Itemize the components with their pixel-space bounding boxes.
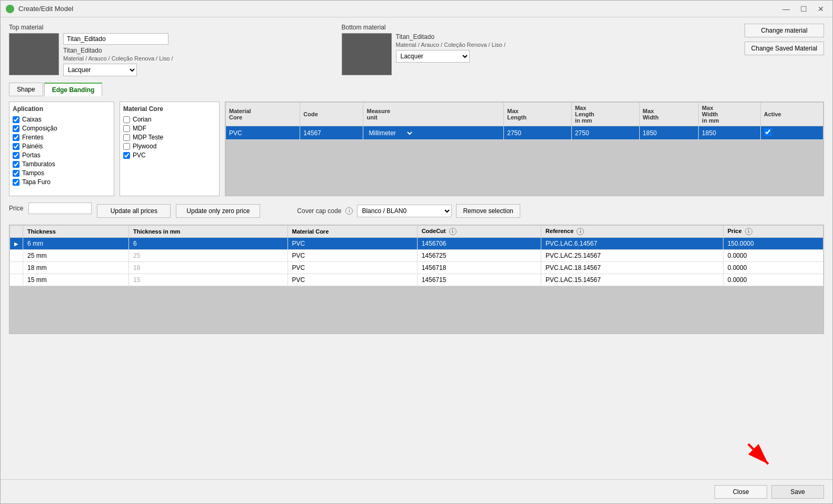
tabs: Shape Edge Banding	[9, 83, 824, 96]
core-checkbox-4[interactable]	[123, 152, 130, 159]
svg-line-1	[748, 444, 768, 464]
save-arrow-icon	[743, 439, 775, 470]
aplication-item-6: Tampos	[13, 169, 111, 177]
top-material-thumbnail	[9, 33, 59, 75]
aplication-checkbox-5[interactable]	[13, 161, 19, 168]
grid-panel: MaterialCore Code Measureunit MaxLength …	[225, 102, 824, 196]
bottom-material-name: Titan_Editado	[396, 33, 506, 41]
col-thickness: Thickness	[23, 226, 129, 238]
aplication-checkbox-0[interactable]	[13, 116, 19, 123]
remove-selection-button[interactable]: Remove selection	[456, 204, 520, 218]
aplication-items: CaixasComposiçãoFrentesPainéisPortasTamb…	[13, 116, 111, 186]
tab-shape[interactable]: Shape	[9, 83, 43, 96]
table-row[interactable]: 25 mm25PVC1456725PVC.LAC.25.145670.0000	[10, 250, 824, 262]
aplication-item-5: Tamburatos	[13, 160, 111, 168]
top-material-label: Top material	[9, 24, 173, 31]
maximize-button[interactable]: ☐	[797, 4, 810, 14]
top-material-finish[interactable]: Lacquer Matte Gloss	[63, 64, 137, 76]
grid-body: PVC14567Millimeter2750275018501850	[226, 126, 824, 140]
core-item-3: Plywood	[123, 143, 216, 150]
core-checkbox-1[interactable]	[123, 125, 130, 132]
bottom-material-finish[interactable]: Lacquer Matte Gloss	[396, 50, 470, 63]
minimize-button[interactable]: —	[779, 4, 793, 14]
price-label: Price	[9, 205, 23, 212]
cover-cap-section: Cover cap code i Blanco / BLAN0 Remove s…	[297, 204, 520, 218]
core-item-1: MDF	[123, 125, 216, 132]
change-saved-material-button[interactable]: Change Saved Material	[745, 42, 824, 55]
window-controls: — ☐ ✕	[779, 4, 827, 14]
active-checkbox[interactable]	[764, 128, 771, 136]
code-cut-info-icon[interactable]: i	[449, 228, 457, 235]
price-cover-row: Price Update all prices Update only zero…	[9, 203, 824, 219]
core-checkbox-0[interactable]	[123, 116, 130, 123]
price-info-icon[interactable]: i	[745, 228, 752, 235]
aplication-checkbox-7[interactable]	[13, 179, 19, 186]
aplication-item-4: Portas	[13, 152, 111, 159]
core-item-0: Corian	[123, 116, 216, 123]
app-icon	[6, 5, 14, 13]
col-thickness-mm: Thickness in mm	[128, 226, 287, 238]
aplication-label-2: Frentes	[22, 134, 44, 141]
top-material-name-input[interactable]	[63, 33, 168, 45]
update-zero-price-button[interactable]: Update only zero price	[176, 204, 260, 218]
material-core-grid: MaterialCore Code Measureunit MaxLength …	[225, 102, 824, 140]
aplication-checkbox-2[interactable]	[13, 134, 19, 141]
top-material-info: Titan_Editado Material / Arauco / Coleçã…	[63, 33, 173, 76]
top-material-section: Top material Titan_Editado Material / Ar…	[9, 24, 173, 76]
save-button[interactable]: Save	[771, 485, 824, 499]
main-window: Create/Edit Model — ☐ ✕ Top material Tit…	[0, 0, 833, 504]
core-label-2: MDP Teste	[133, 134, 163, 141]
price-input[interactable]	[28, 203, 92, 214]
aplication-checkbox-1[interactable]	[13, 125, 19, 132]
aplication-item-0: Caixas	[13, 116, 111, 123]
table-row[interactable]: 15 mm15PVC1456715PVC.LAC.15.145670.0000	[10, 274, 824, 286]
window-title: Create/Edit Model	[18, 5, 779, 13]
title-bar: Create/Edit Model — ☐ ✕	[1, 1, 832, 17]
core-item-2: MDP Teste	[123, 134, 216, 141]
core-label-3: Plywood	[133, 143, 156, 150]
grid-header-row: MaterialCore Code Measureunit MaxLength …	[226, 103, 824, 126]
aplication-checkbox-3[interactable]	[13, 143, 19, 150]
bottom-grid-wrap: Thickness Thickness in mm Material Core …	[9, 225, 824, 334]
close-button-footer[interactable]: Close	[715, 485, 767, 499]
core-label-4: PVC	[133, 152, 146, 159]
aplication-label-4: Portas	[22, 152, 41, 159]
aplication-item-1: Composição	[13, 125, 111, 132]
aplication-checkbox-4[interactable]	[13, 152, 19, 159]
close-button[interactable]: ✕	[815, 4, 827, 14]
change-material-button[interactable]: Change material	[745, 24, 824, 37]
aplication-panel: Aplication CaixasComposiçãoFrentesPainéi…	[9, 102, 114, 196]
top-material-name: Titan_Editado	[63, 47, 173, 54]
col-expand	[10, 226, 23, 238]
col-price: Price i	[723, 226, 823, 238]
bottom-header-row: Thickness Thickness in mm Material Core …	[10, 226, 824, 238]
main-content: Top material Titan_Editado Material / Ar…	[1, 17, 832, 346]
col-measure-unit: Measureunit	[363, 103, 504, 126]
aplication-item-2: Frentes	[13, 134, 111, 141]
core-item-4: PVC	[123, 152, 216, 159]
col-material-core: MaterialCore	[226, 103, 300, 126]
table-row[interactable]: ▶6 mm6PVC1456706PVC.LAC.6.14567150.0000	[10, 238, 824, 250]
grid-empty-area	[225, 140, 824, 182]
core-checkbox-2[interactable]	[123, 134, 130, 141]
update-all-prices-button[interactable]: Update all prices	[97, 204, 171, 218]
footer-bar: Close Save	[1, 479, 832, 503]
bottom-table: Thickness Thickness in mm Material Core …	[9, 225, 824, 286]
col-max-length-mm: MaxLengthin mm	[571, 103, 639, 126]
table-row[interactable]: 18 mm18PVC1456718PVC.LAC.18.145670.0000	[10, 262, 824, 274]
col-code-cut: CodeCut i	[417, 226, 541, 238]
tab-edge-banding[interactable]: Edge Banding	[44, 83, 103, 96]
main-panels-row: Aplication CaixasComposiçãoFrentesPainéi…	[9, 102, 824, 196]
bottom-material-thumbnail	[342, 33, 392, 75]
bottom-material-label: Bottom material	[342, 24, 506, 31]
top-material-block: Titan_Editado Material / Arauco / Coleçã…	[9, 33, 173, 76]
cover-cap-select[interactable]: Blanco / BLAN0	[357, 205, 452, 217]
reference-info-icon[interactable]: i	[577, 228, 584, 235]
measure-unit-select[interactable]: Millimeter	[366, 129, 414, 137]
aplication-label-0: Caixas	[22, 116, 42, 123]
price-section: Price	[9, 203, 92, 214]
cover-cap-info-icon[interactable]: i	[345, 207, 353, 215]
core-checkbox-3[interactable]	[123, 143, 130, 150]
table-row[interactable]: PVC14567Millimeter2750275018501850	[226, 126, 824, 140]
aplication-checkbox-6[interactable]	[13, 170, 19, 177]
